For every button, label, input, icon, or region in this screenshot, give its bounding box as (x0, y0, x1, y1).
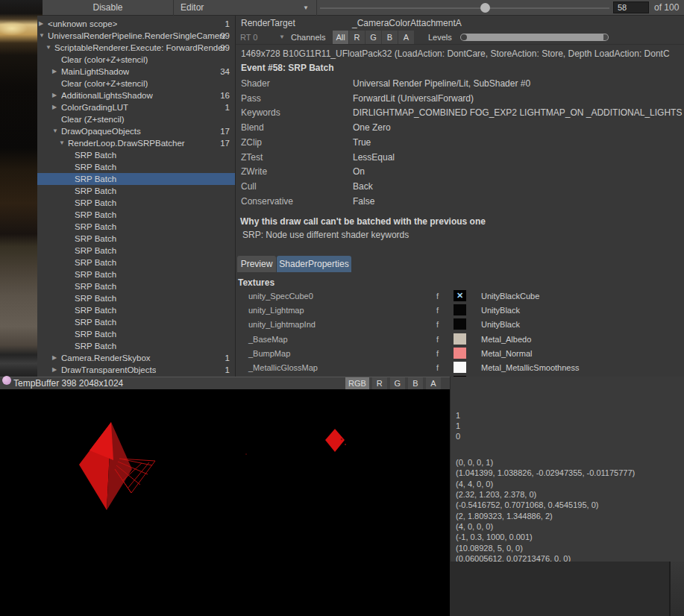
srp-batch-row[interactable]: SRP Batch (37, 185, 235, 197)
state-value: ForwardLit (UniversalForward) (353, 92, 474, 105)
expand-arrow-icon[interactable]: ▶ (52, 352, 57, 364)
channel-all-button[interactable]: All (333, 31, 348, 44)
srp-batch-row[interactable]: SRP Batch (37, 292, 235, 304)
tree-row-count: 1 (225, 364, 230, 376)
tree-row-label: ColorGradingLUT (61, 101, 128, 113)
vector-value: (0.06005612, 0.07213476, 0, 0) (456, 554, 571, 562)
vector-value: (1.041399, 1.038826, -0.02947355, -0.011… (456, 468, 635, 477)
channel-g-button[interactable]: G (365, 31, 381, 44)
texture-name: UnityBlack (481, 304, 520, 316)
editor-dropdown[interactable]: Editor ▼ (175, 0, 317, 16)
texture-property-name: unity_LightmapInd (248, 318, 316, 330)
tree-row[interactable]: ▼ScriptableRenderer.Execute: ForwardRend… (37, 42, 235, 54)
editor-dropdown-label: Editor (181, 0, 204, 16)
srp-batch-row[interactable]: SRP Batch (37, 245, 235, 257)
tree-row[interactable]: ▼DrawOpaqueObjects17 (37, 125, 235, 137)
tree-row-count: 99 (220, 42, 230, 54)
tree-row-label: Camera.RenderSkybox (61, 352, 151, 364)
tab-preview[interactable]: Preview (237, 256, 276, 272)
state-label: Conservative (241, 195, 293, 208)
tree-row[interactable]: Clear (color+Z+stencil) (37, 78, 235, 89)
texture-row[interactable]: _BumpMapfMetal_Normal (236, 348, 684, 360)
srp-batch-row[interactable]: SRP Batch (37, 304, 235, 316)
srp-batch-row[interactable]: SRP Batch (37, 316, 235, 328)
float-value: 0 (456, 432, 460, 441)
texture-swatch-icon (454, 318, 466, 330)
tree-row-count: 17 (220, 137, 230, 149)
texture-property-name: unity_SpecCube0 (248, 290, 313, 302)
frame-slider-knob[interactable] (480, 3, 490, 13)
tree-row-label: SRP Batch (75, 340, 116, 352)
state-label: ZWrite (241, 165, 267, 178)
srp-batch-row[interactable]: SRP Batch (37, 197, 235, 209)
tree-row[interactable]: ▼UniversalRenderPipeline.RenderSingleCam… (37, 30, 235, 42)
expand-arrow-icon[interactable]: ▶ (39, 18, 43, 30)
preview-titlebar[interactable]: TempBuffer 398 2048x1024 RGBRGBA (0, 377, 450, 389)
rt-index-dropdown[interactable]: RT 0 (240, 31, 257, 44)
preview-channel-b-button[interactable]: B (408, 377, 423, 390)
srp-batch-row[interactable]: SRP Batch (37, 149, 235, 161)
srp-batch-row[interactable]: SRP Batch (37, 280, 235, 292)
channel-b-button[interactable]: B (382, 31, 398, 44)
tree-row[interactable]: Clear (color+Z+stencil) (37, 54, 235, 66)
vector-value: (2.32, 1.203, 2.378, 0) (456, 490, 536, 499)
tab-shader-properties[interactable]: ShaderProperties (277, 256, 351, 272)
tree-row[interactable]: ▶MainLightShadow34 (37, 66, 235, 78)
tree-row[interactable]: Clear (Z+stencil) (37, 113, 235, 125)
tree-row[interactable]: ▶Camera.RenderSkybox1 (37, 352, 235, 364)
tree-row-label: SRP Batch (75, 245, 116, 257)
srp-batch-row[interactable]: SRP Batch (37, 268, 235, 280)
srp-batch-row[interactable]: SRP Batch (37, 328, 235, 340)
srp-batch-row[interactable]: SRP Batch (37, 257, 235, 268)
levels-slider[interactable] (460, 34, 609, 41)
srp-batch-row[interactable]: SRP Batch (37, 340, 235, 352)
channel-r-button[interactable]: R (349, 31, 365, 44)
preview-channel-g-button[interactable]: G (390, 377, 405, 390)
frame-slider[interactable] (320, 7, 609, 9)
state-label: ZClip (241, 136, 262, 149)
preview-channel-rgb-button[interactable]: RGB (345, 377, 369, 390)
tree-row-label: DrawOpaqueObjects (61, 125, 141, 137)
expand-arrow-icon[interactable]: ▶ (52, 364, 57, 376)
tree-row[interactable]: ▶DrawTransparentObjects1 (37, 364, 235, 376)
texture-swatch-icon (454, 362, 466, 373)
tree-row[interactable]: ▶AdditionalLightsShadow16 (37, 89, 235, 101)
texture-row[interactable]: _BaseMapfMetal_Albedo (236, 333, 684, 346)
texture-name: UnityBlackCube (481, 290, 539, 302)
tree-row[interactable]: ▶ColorGradingLUT1 (37, 101, 235, 113)
texture-row[interactable]: _MetallicGlossMapfMetal_MetallicSmoothne… (236, 362, 684, 374)
tree-row-label: RenderLoop.DrawSRPBatcher (68, 137, 185, 149)
channel-a-button[interactable]: A (398, 31, 414, 44)
expand-arrow-icon[interactable]: ▶ (52, 101, 57, 113)
preview-canvas[interactable] (0, 389, 450, 616)
disable-button[interactable]: Disable (43, 0, 174, 16)
render-target-row: RenderTarget _CameraColorAttachmentA (236, 16, 684, 31)
srp-batch-row[interactable]: SRP Batch (37, 161, 235, 173)
preview-channel-r-button[interactable]: R (372, 377, 387, 390)
vector-value: (4, 0, 0, 0) (456, 522, 493, 531)
vector-value: (4, 4, 0, 0) (456, 480, 493, 488)
expand-arrow-icon[interactable]: ▶ (52, 89, 57, 101)
texture-row[interactable]: unity_SpecCube0f✕UnityBlackCube (236, 290, 684, 303)
expand-arrow-icon[interactable]: ▶ (52, 66, 57, 78)
texture-row[interactable]: unity_LightmapfUnityBlack (236, 304, 684, 317)
srp-batch-row[interactable]: SRP Batch (37, 173, 235, 185)
frame-number-input[interactable]: 58 (613, 1, 649, 13)
frame-debugger-window: Disable Editor ▼ 58 of 100 ▶<unknown sco… (0, 0, 684, 616)
tree-row[interactable]: ▼RenderLoop.DrawSRPBatcher17 (37, 137, 235, 149)
srp-batch-row[interactable]: SRP Batch (37, 233, 235, 245)
tree-row[interactable]: ▶<unknown scope>1 (37, 18, 235, 30)
texture-row[interactable]: unity_LightmapIndfUnityBlack (236, 318, 684, 331)
texture-swatch-icon: ✕ (454, 290, 466, 301)
srp-batch-row[interactable]: SRP Batch (37, 221, 235, 233)
texture-flag: f (436, 333, 439, 345)
collapse-arrow-icon[interactable]: ▼ (46, 42, 51, 54)
collapse-arrow-icon[interactable]: ▼ (59, 137, 65, 149)
collapse-arrow-icon[interactable]: ▼ (39, 30, 45, 42)
shader-state-row: ZClipTrue (236, 136, 684, 149)
srp-batch-row[interactable]: SRP Batch (37, 209, 235, 221)
state-value: False (353, 195, 374, 208)
tree-row-count: 1 (225, 352, 230, 364)
preview-channel-a-button[interactable]: A (426, 377, 441, 390)
collapse-arrow-icon[interactable]: ▼ (52, 125, 58, 137)
